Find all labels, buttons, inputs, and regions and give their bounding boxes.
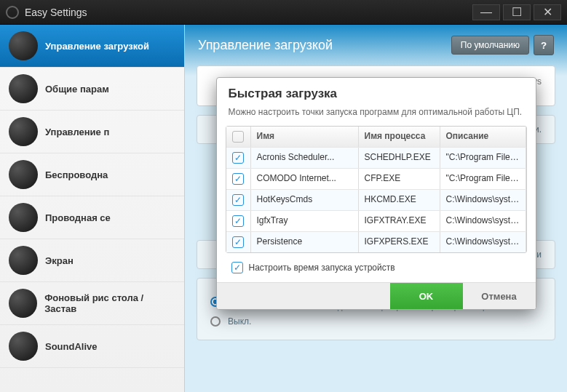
cell-proc: SCHEDHLP.EXE bbox=[359, 148, 440, 168]
table-row[interactable]: ✓COMODO Internet...CFP.EXE"C:\Program Fi… bbox=[226, 168, 526, 189]
dialog-option-row: ✓ Настроить время запуска устройств bbox=[217, 253, 536, 282]
sidebar-item-wired[interactable]: Проводная се bbox=[0, 196, 184, 239]
cell-proc: HKCMD.EXE bbox=[359, 190, 440, 210]
cell-name: Persistence bbox=[251, 232, 359, 252]
column-name[interactable]: Имя bbox=[251, 127, 359, 147]
wifi-icon bbox=[9, 160, 38, 189]
maximize-button[interactable]: ☐ bbox=[503, 4, 531, 20]
minimize-button[interactable]: — bbox=[472, 4, 500, 20]
sidebar-item-wallpaper[interactable]: Фоновый рис стола / Застав bbox=[0, 282, 184, 325]
row-checkbox[interactable]: ✓ bbox=[232, 173, 244, 185]
cell-desc: "C:\Program Files\... bbox=[440, 169, 526, 189]
sidebar-item-label: Беспроводна bbox=[45, 169, 108, 180]
cell-proc: IGFXPERS.EXE bbox=[359, 232, 440, 252]
sidebar-item-label: Экран bbox=[45, 255, 74, 266]
cell-desc: C:\Windows\syste... bbox=[440, 211, 526, 231]
table-row[interactable]: ✓PersistenceIGFXPERS.EXEC:\Windows\syste… bbox=[226, 231, 526, 252]
row-checkbox[interactable]: ✓ bbox=[232, 152, 244, 164]
cell-desc: C:\Windows\syste... bbox=[440, 190, 526, 210]
table-row[interactable]: ✓Acronis Scheduler...SCHEDHLP.EXE"C:\Pro… bbox=[226, 147, 526, 168]
image-icon bbox=[9, 289, 37, 318]
table-body[interactable]: ✓Acronis Scheduler...SCHEDHLP.EXE"C:\Pro… bbox=[226, 147, 526, 252]
speaker-icon bbox=[9, 332, 38, 361]
gauge-icon bbox=[9, 31, 38, 60]
main-panel: Управление загрузкой По умолчанию ? акси… bbox=[185, 25, 567, 392]
cell-name: Acronis Scheduler... bbox=[251, 148, 359, 168]
select-all-checkbox[interactable]: ✓ bbox=[232, 131, 244, 143]
sidebar-item-display[interactable]: Экран bbox=[0, 239, 184, 282]
cell-name: IgfxTray bbox=[251, 211, 359, 231]
sidebar-item-boot-management[interactable]: Управление загрузкой bbox=[0, 25, 184, 68]
sidebar-item-label: Управление загрузкой bbox=[45, 41, 149, 52]
cancel-button[interactable]: Отмена bbox=[463, 283, 536, 309]
sidebar-item-label: Общие парам bbox=[45, 84, 109, 95]
sidebar-item-soundalive[interactable]: SoundAlive bbox=[0, 325, 184, 368]
sidebar-item-label: Проводная се bbox=[45, 212, 111, 223]
gear-icon bbox=[9, 74, 38, 103]
ok-button[interactable]: OK bbox=[390, 283, 463, 309]
sidebar: Управление загрузкой Общие парам Управле… bbox=[0, 25, 185, 392]
sidebar-item-label: Управление п bbox=[45, 127, 109, 137]
row-checkbox[interactable]: ✓ bbox=[232, 215, 244, 227]
sidebar-item-label: SoundAlive bbox=[45, 341, 98, 352]
cell-desc: C:\Windows\syste... bbox=[440, 232, 526, 252]
row-checkbox[interactable]: ✓ bbox=[232, 236, 244, 248]
device-timing-label: Настроить время запуска устройств bbox=[249, 263, 395, 273]
cell-name: HotKeysCmds bbox=[251, 190, 359, 210]
table-row[interactable]: ✓IgfxTrayIGFXTRAY.EXEC:\Windows\syste... bbox=[226, 210, 526, 231]
cell-proc: IGFXTRAY.EXE bbox=[359, 211, 440, 231]
sidebar-item-power[interactable]: Управление п bbox=[0, 111, 184, 153]
column-process[interactable]: Имя процесса bbox=[359, 127, 440, 147]
modal-backdrop: Быстрая загрузка Можно настроить точки з… bbox=[185, 25, 567, 392]
sidebar-item-label: Фоновый рис стола / Застав bbox=[44, 292, 175, 314]
cell-desc: "C:\Program Files... bbox=[440, 148, 526, 168]
column-description[interactable]: Описание bbox=[440, 127, 526, 147]
monitor-icon bbox=[9, 246, 38, 275]
app-logo-icon bbox=[6, 6, 19, 19]
close-button[interactable]: ✕ bbox=[534, 4, 561, 20]
cell-name: COMODO Internet... bbox=[251, 169, 359, 189]
dialog-title: Быстрая загрузка bbox=[217, 78, 536, 104]
row-checkbox[interactable]: ✓ bbox=[232, 194, 244, 206]
sidebar-item-wireless[interactable]: Беспроводна bbox=[0, 153, 184, 196]
app-title: Easy Settings bbox=[25, 7, 469, 18]
dialog-description: Можно настроить точки запуска программ д… bbox=[217, 104, 536, 126]
device-timing-checkbox[interactable]: ✓ bbox=[231, 262, 243, 273]
fast-boot-dialog: Быстрая загрузка Можно настроить точки з… bbox=[216, 77, 536, 310]
cell-proc: CFP.EXE bbox=[359, 169, 440, 189]
titlebar: Easy Settings — ☐ ✕ bbox=[0, 0, 567, 25]
table-row[interactable]: ✓HotKeysCmdsHKCMD.EXEC:\Windows\syste... bbox=[226, 189, 526, 210]
battery-icon bbox=[9, 117, 38, 146]
ethernet-icon bbox=[9, 203, 38, 232]
sidebar-item-general[interactable]: Общие парам bbox=[0, 68, 184, 111]
startup-programs-table: ✓ Имя Имя процесса Описание ✓Acronis Sch… bbox=[226, 126, 527, 253]
